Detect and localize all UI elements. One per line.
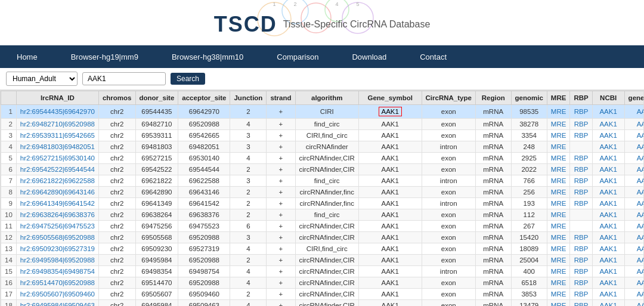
table-cell[interactable]: AAK1 bbox=[624, 141, 644, 153]
table-cell[interactable]: AAK1 bbox=[624, 209, 644, 221]
table-cell[interactable]: MRE bbox=[547, 232, 570, 243]
table-cell[interactable]: AAK1 bbox=[624, 105, 644, 119]
table-cell[interactable]: RBP bbox=[570, 289, 592, 300]
gene-symbol-cell[interactable]: AAK1 bbox=[358, 289, 422, 300]
table-cell[interactable]: RBP bbox=[570, 255, 592, 266]
circrna-id[interactable]: hr2:69495984|69520988 bbox=[16, 255, 98, 266]
table-cell[interactable]: AAK1 bbox=[592, 198, 624, 209]
table-cell[interactable]: AAK1 bbox=[592, 289, 624, 300]
nav-comparison[interactable]: Comparison bbox=[260, 45, 335, 68]
table-cell[interactable]: RBP bbox=[570, 130, 592, 141]
nav-browser-hg38[interactable]: Browser-hg38|mm10 bbox=[155, 45, 260, 68]
table-cell[interactable]: MRE bbox=[547, 243, 570, 255]
table-cell[interactable]: AAK1 bbox=[624, 277, 644, 289]
table-cell[interactable]: MRE bbox=[547, 221, 570, 232]
table-cell[interactable]: MRE bbox=[547, 289, 570, 300]
table-cell[interactable] bbox=[570, 141, 592, 153]
table-cell[interactable]: RBP bbox=[570, 153, 592, 164]
table-cell[interactable]: RBP bbox=[570, 119, 592, 130]
table-cell[interactable]: AAK1 bbox=[592, 232, 624, 243]
gene-symbol-cell[interactable]: AAK1 bbox=[358, 300, 422, 307]
table-cell[interactable]: AAK1 bbox=[592, 243, 624, 255]
search-input[interactable] bbox=[82, 72, 166, 85]
gene-symbol-cell[interactable]: AAK1 bbox=[358, 164, 422, 175]
table-cell[interactable]: RBP bbox=[570, 277, 592, 289]
table-cell[interactable]: AAK1 bbox=[592, 119, 624, 130]
gene-symbol-cell[interactable]: AAK1 bbox=[358, 209, 422, 221]
table-cell[interactable]: MRE bbox=[547, 175, 570, 187]
table-cell[interactable]: AAK1 bbox=[592, 221, 624, 232]
circrna-id[interactable]: hr2:69527215|69530140 bbox=[16, 153, 98, 164]
table-cell[interactable]: AAK1 bbox=[592, 277, 624, 289]
table-cell[interactable]: RBP bbox=[570, 198, 592, 209]
circrna-id[interactable]: hr2:69482710|69520988 bbox=[16, 119, 98, 130]
gene-symbol-cell[interactable]: AAK1 bbox=[358, 130, 422, 141]
circrna-id[interactable]: hr2:69505568|69520988 bbox=[16, 232, 98, 243]
table-cell[interactable]: AAK1 bbox=[624, 119, 644, 130]
table-cell[interactable]: AAK1 bbox=[624, 232, 644, 243]
table-cell[interactable]: MRE bbox=[547, 105, 570, 119]
table-cell[interactable]: MRE bbox=[547, 153, 570, 164]
circrna-id[interactable]: hr2:69621822|69622588 bbox=[16, 175, 98, 187]
table-cell[interactable]: AAK1 bbox=[592, 141, 624, 153]
circrna-id[interactable]: hr2:69641349|69641542 bbox=[16, 198, 98, 209]
table-cell[interactable]: AAK1 bbox=[592, 175, 624, 187]
gene-symbol-cell[interactable]: AAK1 bbox=[358, 105, 422, 119]
table-cell[interactable]: AAK1 bbox=[624, 266, 644, 277]
table-cell[interactable]: AAK1 bbox=[624, 221, 644, 232]
table-cell[interactable]: AAK1 bbox=[624, 289, 644, 300]
table-cell[interactable]: AAK1 bbox=[624, 187, 644, 198]
gene-symbol-cell[interactable]: AAK1 bbox=[358, 266, 422, 277]
circrna-id[interactable]: hr2:69544435|69642970 bbox=[16, 105, 98, 119]
table-cell[interactable]: RBP bbox=[570, 300, 592, 307]
table-cell[interactable]: AAK1 bbox=[624, 300, 644, 307]
table-cell[interactable]: AAK1 bbox=[592, 266, 624, 277]
circrna-id[interactable]: hr2:69498354|69498754 bbox=[16, 266, 98, 277]
table-cell[interactable]: RBP bbox=[570, 164, 592, 175]
gene-symbol-cell[interactable]: AAK1 bbox=[358, 153, 422, 164]
table-cell[interactable]: AAK1 bbox=[592, 164, 624, 175]
table-cell[interactable]: RBP bbox=[570, 243, 592, 255]
nav-home[interactable]: Home bbox=[0, 45, 54, 68]
table-cell[interactable]: MRE bbox=[547, 209, 570, 221]
table-cell[interactable]: AAK1 bbox=[592, 209, 624, 221]
nav-contact[interactable]: Contact bbox=[403, 45, 463, 68]
table-cell[interactable] bbox=[570, 221, 592, 232]
table-cell[interactable]: RBP bbox=[570, 266, 592, 277]
table-cell[interactable]: AAK1 bbox=[592, 153, 624, 164]
circrna-id[interactable]: hr2:69481803|69482051 bbox=[16, 141, 98, 153]
table-cell[interactable]: MRE bbox=[547, 164, 570, 175]
table-cell[interactable]: AAK1 bbox=[624, 175, 644, 187]
table-cell[interactable]: AAK1 bbox=[624, 243, 644, 255]
table-cell[interactable]: AAK1 bbox=[624, 255, 644, 266]
gene-symbol-cell[interactable]: AAK1 bbox=[358, 255, 422, 266]
table-cell[interactable]: AAK1 bbox=[624, 153, 644, 164]
table-cell[interactable]: AAK1 bbox=[624, 130, 644, 141]
gene-symbol-cell[interactable]: AAK1 bbox=[358, 243, 422, 255]
gene-symbol-cell[interactable]: AAK1 bbox=[358, 277, 422, 289]
circrna-id[interactable]: hr2:69475256|69475523 bbox=[16, 221, 98, 232]
species-dropdown[interactable]: Human_Adult Human_Fetal Mouse_Adult Mous… bbox=[6, 72, 78, 86]
circrna-id[interactable]: hr2:69539311|69542665 bbox=[16, 130, 98, 141]
table-cell[interactable]: MRE bbox=[547, 198, 570, 209]
table-cell[interactable]: RBP bbox=[570, 105, 592, 119]
table-cell[interactable]: AAK1 bbox=[624, 164, 644, 175]
table-cell[interactable]: AAK1 bbox=[592, 255, 624, 266]
table-cell[interactable]: RBP bbox=[570, 175, 592, 187]
circrna-id[interactable]: hr2:69638264|69638376 bbox=[16, 209, 98, 221]
table-cell[interactable]: AAK1 bbox=[592, 187, 624, 198]
nav-download[interactable]: Download bbox=[335, 45, 403, 68]
table-cell[interactable]: MRE bbox=[547, 187, 570, 198]
gene-symbol-cell[interactable]: AAK1 bbox=[358, 221, 422, 232]
table-cell[interactable]: MRE bbox=[547, 141, 570, 153]
table-cell[interactable] bbox=[570, 209, 592, 221]
table-cell[interactable]: MRE bbox=[547, 119, 570, 130]
table-cell[interactable]: AAK1 bbox=[592, 130, 624, 141]
gene-symbol-cell[interactable]: AAK1 bbox=[358, 198, 422, 209]
circrna-id[interactable]: hr2:69542522|69544544 bbox=[16, 164, 98, 175]
circrna-id[interactable]: hr2:69642890|69643146 bbox=[16, 187, 98, 198]
circrna-id[interactable]: hr2:69514470|69520988 bbox=[16, 277, 98, 289]
nav-browser-hg19[interactable]: Browser-hg19|mm9 bbox=[54, 45, 155, 68]
table-cell[interactable]: AAK1 bbox=[592, 300, 624, 307]
table-cell[interactable]: RBP bbox=[570, 232, 592, 243]
